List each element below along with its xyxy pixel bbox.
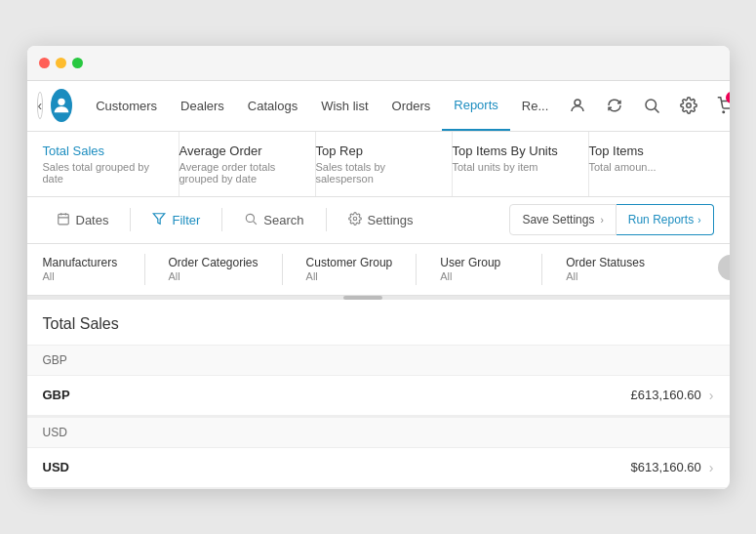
search-label: Search — [263, 213, 303, 227]
calendar-icon — [57, 212, 70, 228]
filter-order-statuses-value: All — [566, 270, 645, 282]
filter-manufacturers-value: All — [43, 270, 121, 282]
tab-top-items-title: Top Items — [589, 144, 710, 158]
tab-average-order[interactable]: Average Order Average order totals group… — [179, 132, 316, 196]
filter-order-statuses-label: Order Statuses — [566, 256, 645, 269]
toolbar: Dates Filter Search — [27, 197, 730, 244]
filter-div4 — [541, 254, 542, 285]
tab-top-rep-title: Top Rep — [316, 144, 436, 158]
tab-top-rep-desc: Sales totals by salesperson — [316, 161, 436, 185]
filter-icon — [152, 212, 166, 228]
data-row-usd-label: USD — [43, 460, 69, 474]
settings-icon-toolbar — [348, 212, 362, 228]
tab-total-sales-title: Total Sales — [43, 144, 163, 158]
search-button-toolbar[interactable]: Search — [230, 206, 317, 234]
user-icon — [569, 97, 586, 114]
svg-point-4 — [687, 103, 692, 108]
filter-order-categories[interactable]: Order Categories All — [169, 256, 259, 282]
svg-rect-7 — [58, 214, 68, 225]
run-reports-arrow: › — [697, 215, 700, 226]
svg-marker-11 — [154, 213, 166, 224]
nav-actions: 8 — [562, 90, 729, 121]
refresh-button[interactable] — [599, 90, 630, 121]
search-button[interactable] — [636, 90, 667, 121]
svg-point-0 — [59, 99, 65, 105]
save-settings-button[interactable]: Save Settings › — [509, 204, 616, 235]
filter-order-statuses[interactable]: Order Statuses All — [566, 256, 645, 282]
tab-average-order-desc: Average order totals grouped by date — [179, 161, 299, 185]
filter-div3 — [416, 254, 417, 285]
logo-icon — [51, 95, 72, 116]
maximize-button[interactable] — [72, 58, 83, 68]
sep1 — [130, 208, 131, 231]
svg-point-14 — [353, 217, 357, 221]
usd-amount: $613,160.60 — [631, 460, 701, 474]
filter-manufacturers[interactable]: Manufacturers All — [43, 256, 121, 282]
filter-order-categories-label: Order Categories — [169, 256, 259, 269]
nav-customers[interactable]: Customers — [84, 80, 169, 131]
tab-top-items[interactable]: Top Items Total amoun... — [589, 132, 726, 196]
data-row-gbp[interactable]: GBP £613,160.60 › — [27, 376, 730, 416]
nav-more[interactable]: Re... — [510, 80, 560, 131]
settings-button[interactable]: Settings — [335, 206, 427, 234]
filter-user-group[interactable]: User Group All — [440, 256, 518, 282]
svg-point-5 — [723, 111, 725, 113]
refresh-icon — [606, 97, 623, 114]
search-icon-toolbar — [244, 212, 258, 228]
toolbar-save-area: Save Settings › Run Reports › — [509, 204, 713, 235]
filter-user-group-label: User Group — [440, 256, 518, 269]
run-reports-button[interactable]: Run Reports › — [617, 204, 714, 235]
svg-point-12 — [247, 214, 255, 222]
gbp-chevron-icon: › — [709, 388, 714, 403]
tab-top-items-desc: Total amoun... — [589, 161, 710, 173]
filter-button[interactable]: Filter — [139, 206, 214, 234]
filter-customer-group[interactable]: Customer Group All — [306, 256, 393, 282]
user-button[interactable] — [562, 90, 593, 121]
tab-total-sales[interactable]: Total Sales Sales total grouped by date — [43, 132, 179, 196]
run-reports-label: Run Reports — [628, 213, 694, 226]
filter-div2 — [282, 254, 283, 285]
title-bar — [27, 46, 730, 81]
save-settings-label: Save Settings — [522, 213, 594, 226]
gear-button[interactable] — [673, 90, 704, 121]
nav-wishlist[interactable]: Wish list — [309, 80, 379, 131]
logo — [51, 89, 72, 122]
nav-orders[interactable]: Orders — [380, 80, 443, 131]
section-title: Total Sales — [27, 300, 730, 345]
data-row-gbp-value: £613,160.60 › — [631, 388, 714, 403]
filter-order-categories-value: All — [169, 270, 259, 282]
tab-average-order-title: Average Order — [179, 144, 299, 158]
tab-top-items-units[interactable]: Top Items By Units Total units by item — [453, 132, 589, 196]
filter-label: Filter — [172, 213, 200, 227]
svg-point-1 — [575, 100, 580, 105]
search-icon — [643, 97, 660, 114]
sep3 — [326, 208, 327, 231]
main-content: Total Sales GBP GBP £613,160.60 › USD US… — [27, 300, 730, 489]
filter-customer-group-value: All — [306, 270, 393, 282]
nav-dealers[interactable]: Dealers — [169, 80, 236, 131]
settings-label: Settings — [368, 213, 414, 227]
navbar: ‹ Customers Dealers Catalogs Wish list O… — [27, 81, 730, 132]
dates-label: Dates — [76, 213, 109, 227]
svg-point-2 — [646, 100, 657, 110]
tab-total-sales-desc: Sales total grouped by date — [43, 161, 163, 185]
nav-reports[interactable]: Reports — [442, 80, 510, 131]
filter-bar: Manufacturers All Order Categories All C… — [27, 244, 730, 296]
close-button[interactable] — [39, 58, 50, 68]
data-row-usd[interactable]: USD $613,160.60 › — [27, 448, 730, 488]
data-row-usd-value: $613,160.60 › — [631, 460, 714, 475]
usd-chevron-icon: › — [709, 460, 714, 475]
tab-top-rep[interactable]: Top Rep Sales totals by salesperson — [316, 132, 453, 196]
minimize-button[interactable] — [56, 58, 66, 68]
filter-user-group-value: All — [440, 270, 518, 282]
gbp-amount: £613,160.60 — [631, 388, 701, 402]
save-settings-arrow: › — [600, 215, 603, 226]
nav-catalogs[interactable]: Catalogs — [236, 80, 309, 131]
report-tabs: Total Sales Sales total grouped by date … — [27, 132, 730, 197]
sep2 — [221, 208, 222, 231]
tab-top-items-units-desc: Total units by item — [453, 161, 573, 173]
back-button[interactable]: ‹ — [37, 92, 44, 119]
cart-button[interactable]: 8 — [710, 90, 729, 121]
tab-top-items-units-title: Top Items By Units — [453, 144, 573, 158]
dates-button[interactable]: Dates — [43, 206, 123, 234]
